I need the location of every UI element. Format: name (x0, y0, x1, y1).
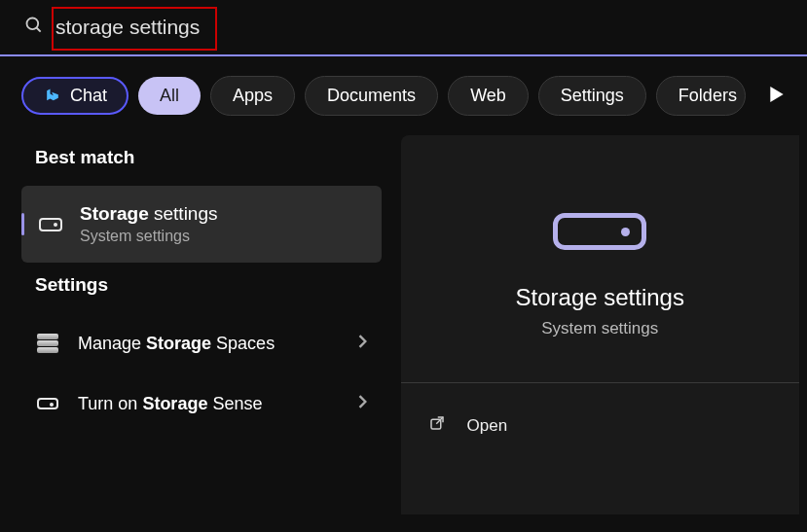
filter-settings[interactable]: Settings (538, 76, 646, 116)
best-match-text: Storage settings System settings (80, 203, 218, 245)
filter-apps-label: Apps (233, 86, 273, 106)
filter-settings-label: Settings (561, 86, 624, 106)
filter-folders-label: Folders (679, 86, 737, 106)
filter-all[interactable]: All (138, 77, 201, 115)
results-panel: Best match Storage settings System setti… (21, 135, 382, 514)
filter-documents-label: Documents (327, 86, 416, 106)
setting-manage-storage-spaces[interactable]: Manage Storage Spaces (21, 313, 382, 373)
best-match-subtitle: System settings (80, 228, 218, 245)
search-bar (0, 0, 807, 56)
filter-row: Chat All Apps Documents Web Settings Fol… (0, 56, 807, 135)
open-action[interactable]: Open (421, 403, 781, 448)
details-subtitle: System settings (421, 319, 781, 338)
section-best-match: Best match (35, 147, 382, 168)
setting-label: Manage Storage Spaces (78, 334, 341, 354)
section-settings: Settings (35, 274, 382, 296)
storage-large-icon (553, 213, 646, 250)
storage-icon (35, 391, 60, 416)
filter-all-label: All (160, 86, 179, 106)
svg-point-0 (27, 18, 39, 30)
best-match-title: Storage settings (80, 203, 218, 225)
divider (401, 382, 800, 383)
search-input[interactable] (55, 16, 783, 39)
chevron-right-icon (358, 335, 368, 352)
bing-icon (43, 87, 62, 106)
scroll-right-icon[interactable] (755, 87, 798, 106)
svg-line-1 (37, 28, 41, 32)
best-match-result[interactable]: Storage settings System settings (21, 186, 382, 263)
filter-folders[interactable]: Folders (656, 76, 746, 116)
chevron-right-icon (358, 395, 368, 412)
details-panel: Storage settings System settings Open (401, 135, 800, 514)
filter-chat-label: Chat (70, 86, 107, 106)
open-label: Open (467, 416, 508, 436)
search-icon (24, 16, 44, 39)
disks-icon (35, 331, 60, 356)
setting-storage-sense[interactable]: Turn on Storage Sense (21, 373, 382, 434)
setting-label: Turn on Storage Sense (78, 394, 341, 414)
filter-web[interactable]: Web (448, 76, 529, 116)
details-title: Storage settings (421, 284, 781, 311)
filter-documents[interactable]: Documents (305, 76, 438, 116)
storage-icon (39, 218, 62, 231)
filter-chat[interactable]: Chat (21, 77, 128, 115)
open-icon (428, 414, 446, 437)
filter-web-label: Web (470, 86, 506, 106)
filter-apps[interactable]: Apps (210, 76, 295, 116)
content: Best match Storage settings System setti… (0, 135, 807, 514)
